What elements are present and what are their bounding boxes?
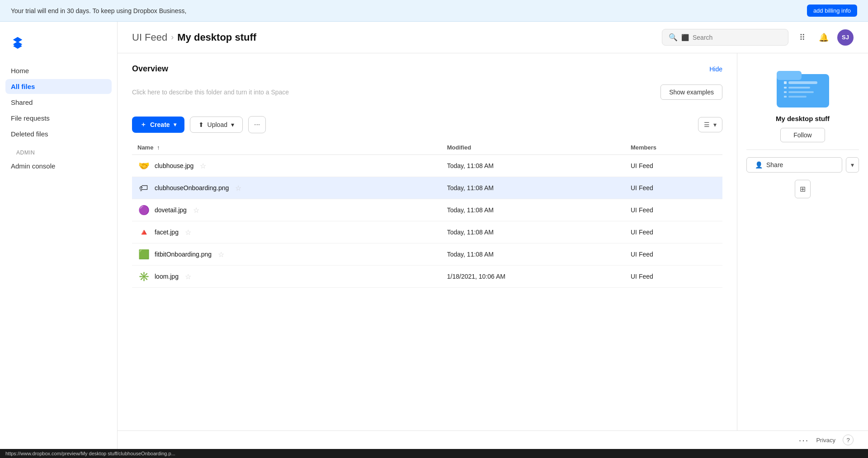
privacy-link[interactable]: Privacy [816, 437, 835, 444]
share-button[interactable]: 👤 Share [746, 157, 842, 173]
file-name-cell-facet: 🔺 facet.jpg ☆ [132, 221, 442, 243]
search-bar[interactable]: 🔍 ⬛ [662, 29, 788, 46]
overview-description-row: Click here to describe this folder and t… [132, 79, 722, 105]
panel-details-button[interactable]: ⊞ [795, 180, 811, 198]
file-modified-clubhouse: Today, 11:08 AM [442, 155, 625, 177]
star-button-facet[interactable]: ☆ [183, 227, 193, 238]
header-actions: 🔍 ⬛ ⠿ 🔔 SJ [662, 29, 854, 46]
content-area: Overview Hide Click here to describe thi… [118, 53, 868, 430]
table-row[interactable]: ✳️ loom.jpg ☆ 1/18/2021, 10:06 AM UI Fee… [132, 266, 722, 288]
file-table-header: Name ↑ Modified Members [132, 140, 722, 155]
file-name-text-facet: facet.jpg [155, 229, 179, 236]
file-modified-dovetail: Today, 11:08 AM [442, 199, 625, 221]
dropbox-logo-icon [11, 33, 29, 51]
sidebar-item-deleted-files[interactable]: Deleted files [5, 126, 112, 141]
overview-description-placeholder[interactable]: Click here to describe this folder and t… [132, 89, 653, 96]
table-row[interactable]: 🟣 dovetail.jpg ☆ Today, 11:08 AM UI Feed [132, 199, 722, 221]
notifications-button[interactable]: 🔔 [816, 29, 832, 46]
column-name: Name ↑ [132, 140, 442, 155]
folder-preview-icon [776, 64, 830, 109]
main-header: UI Feed › My desktop stuff 🔍 ⬛ ⠿ 🔔 SJ [118, 22, 868, 53]
sidebar-nav: Home All files Shared File requests Dele… [0, 63, 117, 173]
upload-button[interactable]: ⬆ Upload ▾ [190, 117, 243, 133]
sidebar: Home All files Shared File requests Dele… [0, 22, 118, 449]
file-name-cell-loom: ✳️ loom.jpg ☆ [132, 266, 442, 288]
more-options-button[interactable]: ··· [248, 116, 266, 133]
details-icon: ⊞ [800, 185, 806, 193]
help-button[interactable]: ? [843, 435, 854, 445]
file-name-cell-fitbitOnboarding: 🟩 fitbitOnboarding.png ☆ [132, 243, 442, 266]
file-icon-fitbitOnboarding: 🟩 [137, 248, 150, 261]
file-modified-loom: 1/18/2021, 10:06 AM [442, 266, 625, 288]
file-members-clubhouse: UI Feed [625, 155, 722, 177]
folder-name: My desktop stuff [776, 115, 830, 122]
table-row[interactable]: 🟩 fitbitOnboarding.png ☆ Today, 11:08 AM… [132, 243, 722, 266]
sidebar-item-home[interactable]: Home [5, 63, 112, 78]
sidebar-item-all-files[interactable]: All files [5, 79, 112, 94]
svg-rect-9 [784, 96, 787, 98]
sidebar-item-admin-console[interactable]: Admin console [5, 159, 112, 173]
svg-rect-8 [784, 91, 787, 93]
hide-button[interactable]: Hide [709, 65, 722, 73]
svg-rect-2 [788, 81, 817, 84]
share-row: 👤 Share ▾ [746, 157, 859, 173]
file-name-text-loom: loom.jpg [155, 273, 179, 280]
star-button-clubhouse[interactable]: ☆ [198, 161, 208, 171]
file-members-facet: UI Feed [625, 221, 722, 243]
star-button-loom[interactable]: ☆ [183, 271, 193, 282]
file-icon-facet: 🔺 [137, 226, 150, 238]
footer-more-button[interactable]: ··· [799, 435, 809, 445]
svg-rect-1 [777, 71, 802, 80]
avatar[interactable]: SJ [837, 29, 854, 46]
file-modified-facet: Today, 11:08 AM [442, 221, 625, 243]
file-icon-clubhouseOnboarding: 🏷 [137, 182, 150, 194]
svg-rect-4 [788, 91, 814, 93]
grid-apps-icon: ⠿ [799, 33, 805, 42]
toolbar: ＋ Create ▾ ⬆ Upload ▾ ··· ☰ ▾ [132, 116, 722, 133]
upload-chevron-icon: ▾ [231, 121, 234, 128]
right-panel: My desktop stuff Follow 👤 Share ▾ ⊞ [737, 53, 868, 430]
svg-rect-5 [788, 96, 807, 98]
view-toggle-chevron-icon: ▾ [713, 121, 717, 128]
star-button-clubhouseOnboarding[interactable]: ☆ [233, 183, 243, 193]
view-toggle[interactable]: ☰ ▾ [698, 117, 722, 132]
create-button[interactable]: ＋ Create ▾ [132, 117, 184, 133]
follow-button[interactable]: Follow [780, 128, 825, 142]
breadcrumb: UI Feed › My desktop stuff [132, 32, 256, 43]
breadcrumb-parent[interactable]: UI Feed [132, 32, 167, 43]
show-examples-button[interactable]: Show examples [660, 84, 722, 100]
overview-title: Overview [132, 64, 168, 74]
breadcrumb-separator-icon: › [171, 33, 174, 42]
file-modified-clubhouseOnboarding: Today, 11:08 AM [442, 177, 625, 199]
file-name-text-clubhouseOnboarding: clubhouseOnboarding.png [155, 184, 229, 192]
file-icon-clubhouse: 🤝 [137, 159, 150, 172]
bell-icon: 🔔 [819, 33, 829, 42]
sidebar-item-shared[interactable]: Shared [5, 95, 112, 110]
column-members: Members [625, 140, 722, 155]
plus-icon: ＋ [140, 121, 146, 129]
table-row[interactable]: 🤝 clubhouse.jpg ☆ Today, 11:08 AM UI Fee… [132, 155, 722, 177]
share-dropdown-button[interactable]: ▾ [846, 157, 859, 173]
search-input[interactable] [693, 34, 782, 41]
folder-preview: My desktop stuff Follow [776, 64, 830, 142]
file-members-clubhouseOnboarding: UI Feed [625, 177, 722, 199]
grid-apps-button[interactable]: ⠿ [794, 29, 810, 46]
add-billing-button[interactable]: add billing info [807, 5, 857, 17]
status-bar: https://www.dropbox.com/preview/My deskt… [0, 449, 868, 458]
star-button-dovetail[interactable]: ☆ [191, 205, 201, 215]
svg-rect-3 [788, 87, 810, 89]
table-row[interactable]: 🔺 facet.jpg ☆ Today, 11:08 AM UI Feed [132, 221, 722, 243]
file-type-icon: ⬛ [681, 34, 689, 41]
file-icon-loom: ✳️ [137, 270, 150, 283]
sidebar-item-file-requests[interactable]: File requests [5, 111, 112, 126]
share-icon: 👤 [755, 161, 763, 168]
table-row[interactable]: 🏷 clubhouseOnboarding.png ☆ Today, 11:08… [132, 177, 722, 199]
file-table-header-row: Name ↑ Modified Members [132, 140, 722, 155]
file-modified-fitbitOnboarding: Today, 11:08 AM [442, 243, 625, 266]
file-name-text-fitbitOnboarding: fitbitOnboarding.png [155, 251, 212, 258]
star-button-fitbitOnboarding[interactable]: ☆ [216, 249, 226, 260]
sidebar-logo [0, 29, 117, 63]
main-content: UI Feed › My desktop stuff 🔍 ⬛ ⠿ 🔔 SJ [118, 22, 868, 449]
status-url: https://www.dropbox.com/preview/My deskt… [5, 451, 175, 456]
admin-section-label: Admin [5, 142, 112, 158]
